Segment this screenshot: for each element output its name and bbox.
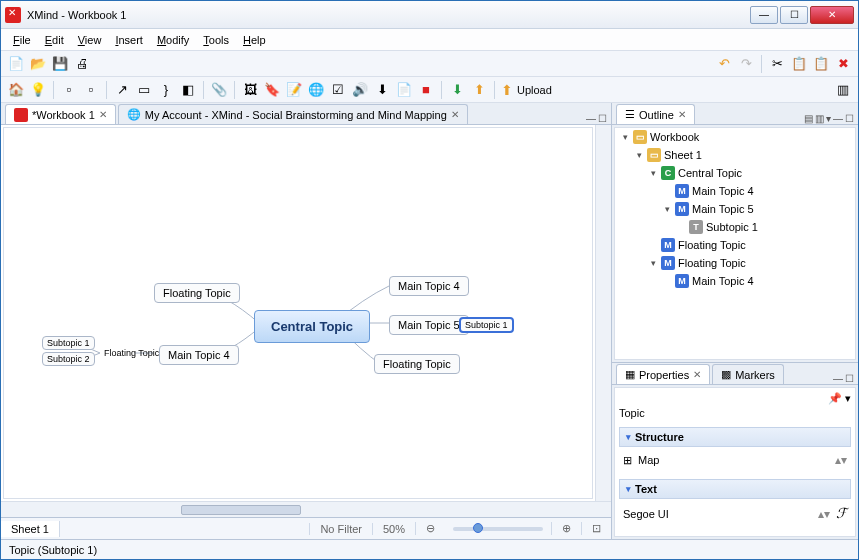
maximize-view-icon[interactable]: ☐ [845,113,854,124]
tree-item[interactable]: Main Topic 4 [692,185,754,197]
maximize-view-icon[interactable]: ☐ [598,113,607,124]
up-icon[interactable]: ⬆ [470,81,488,99]
topic-icon[interactable]: ▫ [60,81,78,99]
close-button[interactable]: ✕ [810,6,854,24]
subtopic-icon[interactable]: ▫ [82,81,100,99]
font-value[interactable]: Segoe UI [623,508,669,520]
node-subtopic[interactable]: Subtopic 2 [42,352,95,366]
section-text[interactable]: ▾Text [619,479,851,499]
tab-properties[interactable]: ▦ Properties ✕ [616,364,710,384]
zoom-out-button[interactable]: ⊖ [415,522,445,535]
view-menu-icon[interactable]: ▾ [826,113,831,124]
node-subtopic[interactable]: Subtopic 1 [459,317,514,333]
tab-markers[interactable]: ▩ Markers [712,364,784,384]
font-style-icon[interactable]: ℱ [836,505,847,522]
tab-workbook[interactable]: *Workbook 1 ✕ [5,104,116,124]
view-button-icon[interactable]: ▤ [804,113,813,124]
node-main-topic[interactable]: Main Topic 5 [389,315,469,335]
stop-icon[interactable]: ■ [417,81,435,99]
menu-modify[interactable]: Modify [151,32,195,48]
stepper-icon[interactable]: ▴▾ [818,507,830,521]
minimize-button[interactable]: — [750,6,778,24]
toolbar-2: 🏠 💡 ▫ ▫ ↗ ▭ } ◧ 📎 🖼 🔖 📝 🌐 ☑ 🔊 ⬇ 📄 ■ ⬇ ⬆ … [1,77,858,103]
zoom-label[interactable]: 50% [372,523,415,535]
tab-close-icon[interactable]: ✕ [99,109,107,120]
minimize-view-icon[interactable]: — [833,113,843,124]
print-icon[interactable]: 🖨 [73,55,91,73]
image-icon[interactable]: 🖼 [241,81,259,99]
redo-icon[interactable]: ↷ [737,55,755,73]
section-structure[interactable]: ▾Structure [619,427,851,447]
node-main-topic[interactable]: Main Topic 4 [159,345,239,365]
cut-icon[interactable]: ✂ [768,55,786,73]
outline-tree[interactable]: ▾▭Workbook ▾▭Sheet 1 ▾CCentral Topic MMa… [614,127,856,360]
node-floating[interactable]: Floating Topic [100,347,163,359]
idea-icon[interactable]: 💡 [29,81,47,99]
down-icon[interactable]: ⬇ [448,81,466,99]
tree-central[interactable]: Central Topic [678,167,742,179]
filter-label[interactable]: No Filter [309,523,372,535]
tree-item[interactable]: Floating Topic [678,257,746,269]
stepper-icon[interactable]: ▴▾ [835,453,847,467]
delete-icon[interactable]: ✖ [834,55,852,73]
tab-close-icon[interactable]: ✕ [693,369,701,380]
menu-help[interactable]: Help [237,32,272,48]
sheet-tab[interactable]: Sheet 1 [1,521,60,537]
link-icon[interactable]: 🌐 [307,81,325,99]
scrollbar-vertical[interactable] [595,125,611,501]
minimize-view-icon[interactable]: — [833,373,843,384]
home-icon[interactable]: 🏠 [7,81,25,99]
tab-browser[interactable]: 🌐 My Account - XMind - Social Brainstorm… [118,104,468,124]
scrollbar-horizontal[interactable] [1,501,611,517]
pin-icon[interactable]: 📌 [828,392,842,404]
tab-outline[interactable]: ☰ Outline ✕ [616,104,695,124]
node-central[interactable]: Central Topic [254,310,370,343]
zoom-slider[interactable] [453,527,543,531]
note-icon[interactable]: 📝 [285,81,303,99]
view-button-icon[interactable]: ▥ [815,113,824,124]
undo-icon[interactable]: ↶ [715,55,733,73]
tab-close-icon[interactable]: ✕ [678,109,686,120]
menu-insert[interactable]: Insert [109,32,149,48]
menu-tools[interactable]: Tools [197,32,235,48]
minimize-view-icon[interactable]: — [586,113,596,124]
marker-icon[interactable]: 🔖 [263,81,281,99]
paste-icon[interactable]: 📋 [812,55,830,73]
summary-icon[interactable]: } [157,81,175,99]
tree-workbook[interactable]: Workbook [650,131,699,143]
audio-icon[interactable]: 🔊 [351,81,369,99]
sheet-icon[interactable]: 📄 [395,81,413,99]
tree-item[interactable]: Main Topic 5 [692,203,754,215]
tree-sheet[interactable]: Sheet 1 [664,149,702,161]
open-icon[interactable]: 📂 [29,55,47,73]
attach-icon[interactable]: 📎 [210,81,228,99]
boundary-icon[interactable]: ▭ [135,81,153,99]
save-icon[interactable]: 💾 [51,55,69,73]
menu-edit[interactable]: Edit [39,32,70,48]
fit-button[interactable]: ⊡ [581,522,611,535]
node-subtopic[interactable]: Subtopic 1 [42,336,95,350]
panel-menu-icon[interactable]: ▾ [845,392,851,404]
mindmap-canvas[interactable]: Central Topic Main Topic 4 Main Topic 5 … [3,127,593,499]
node-floating[interactable]: Floating Topic [374,354,460,374]
node-main-topic[interactable]: Main Topic 4 [389,276,469,296]
structure-value[interactable]: Map [638,454,659,466]
task-icon[interactable]: ☑ [329,81,347,99]
menu-view[interactable]: View [72,32,108,48]
copy-icon[interactable]: 📋 [790,55,808,73]
menu-file[interactable]: File [7,32,37,48]
tree-item[interactable]: Subtopic 1 [706,221,758,233]
perspective-icon[interactable]: ▥ [834,81,852,99]
rel-icon[interactable]: ↗ [113,81,131,99]
maximize-view-icon[interactable]: ☐ [845,373,854,384]
label-icon[interactable]: ◧ [179,81,197,99]
new-icon[interactable]: 📄 [7,55,25,73]
node-floating[interactable]: Floating Topic [154,283,240,303]
tree-item[interactable]: Main Topic 4 [692,275,754,287]
tree-item[interactable]: Floating Topic [678,239,746,251]
maximize-button[interactable]: ☐ [780,6,808,24]
upload-button[interactable]: ⬆ Upload [501,82,552,98]
tab-close-icon[interactable]: ✕ [451,109,459,120]
drill-icon[interactable]: ⬇ [373,81,391,99]
zoom-in-button[interactable]: ⊕ [551,522,581,535]
